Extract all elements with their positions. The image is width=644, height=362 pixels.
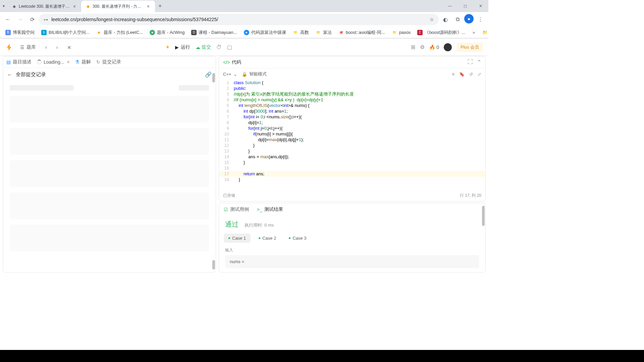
line-code[interactable]: } <box>234 142 485 148</box>
sparkle-icon[interactable]: ✦ <box>165 44 170 50</box>
code-line[interactable]: 18 } <box>219 177 485 182</box>
line-code[interactable]: public: <box>234 85 485 91</box>
maximize-icon[interactable]: ◻ <box>458 0 473 12</box>
left-scrollbar[interactable] <box>212 73 215 269</box>
code-line[interactable]: 13 } <box>219 148 485 154</box>
language-selector[interactable]: C++ ⌄ <box>223 72 237 77</box>
bookmark-overflow-icon[interactable]: » <box>469 30 478 35</box>
line-code[interactable]: } <box>234 148 485 154</box>
bookmark-item[interactable]: C《boost源码剖析》... <box>415 28 468 37</box>
reset-icon[interactable]: ↺ <box>469 72 473 77</box>
bookmark-item[interactable]: 📁算法 <box>313 28 334 37</box>
line-code[interactable]: } <box>234 160 485 165</box>
tab-search-dropdown[interactable]: ▾ <box>0 4 7 8</box>
code-line[interactable]: 16 <box>219 165 485 171</box>
layout-icon[interactable]: ⊞ <box>411 44 415 50</box>
all-bookmarks-button[interactable]: 📁所有书签 <box>480 27 488 38</box>
bookmark-item[interactable]: 📁paxos <box>389 28 414 37</box>
line-code[interactable]: if(nums[i] > nums[j]){ <box>234 131 485 137</box>
browser-tab-0[interactable]: ◈ Leetcode 300. 最长递增子序列 × <box>7 1 81 12</box>
tab-description[interactable]: ▤ 题目描述 <box>6 59 32 65</box>
reload-button[interactable]: ⟳ <box>27 14 38 25</box>
menu-icon[interactable]: ⋮ <box>475 14 486 25</box>
code-line[interactable]: 1class Solution { <box>219 80 485 85</box>
tab-close-icon[interactable]: × <box>72 4 77 9</box>
tab-testcase[interactable]: ☑ 测试用例 <box>224 206 249 213</box>
bookmark-item[interactable]: ◆题库 - 力扣 (LeetC... <box>94 28 146 37</box>
scrollbar-thumb[interactable] <box>482 206 485 226</box>
code-line[interactable]: 10 if(nums[i] > nums[j]){ <box>219 131 485 137</box>
back-arrow-icon[interactable]: ← <box>7 72 12 78</box>
bookmark-item[interactable]: 📁高数 <box>290 28 312 37</box>
code-line[interactable]: 7 for(int i= 0;i <nums.size();i++){ <box>219 114 485 120</box>
code-line[interactable]: 14 ans = max(ans,dp[i]); <box>219 154 485 160</box>
note-icon[interactable]: ▢ <box>227 44 232 50</box>
code-line[interactable]: 9 for(int j=0;j<i;j++){ <box>219 125 485 131</box>
profile-avatar-icon[interactable]: ● <box>464 14 474 23</box>
new-tab-button[interactable]: + <box>155 3 165 10</box>
bookmark-item[interactable]: ●题库 - AcWing <box>147 28 187 37</box>
leetcode-logo-icon[interactable] <box>5 43 13 51</box>
timer-icon[interactable]: ⏱ <box>216 44 222 50</box>
collapse-icon[interactable]: ⌃ <box>477 59 481 65</box>
forward-button[interactable]: → <box>15 14 25 25</box>
plus-badge[interactable]: Plus 会员 <box>457 43 483 52</box>
bookmark-item[interactable]: D课程 - Daimayuan... <box>189 28 239 37</box>
case-tab-1[interactable]: Case 1 <box>224 234 251 243</box>
random-problem-button[interactable]: ⤨ <box>64 43 74 52</box>
line-code[interactable]: dp[i]=max(dp[i],dp[j]+1); <box>234 137 485 142</box>
code-line[interactable]: 8 dp[i]=1; <box>219 120 485 125</box>
site-info-icon[interactable]: ⊶ <box>44 17 48 22</box>
bookmark-item[interactable]: B博客园空间 <box>3 28 37 37</box>
extensions-icon[interactable]: ⧉ <box>452 14 463 25</box>
line-code[interactable]: int lengthOfLIS(vector<int>& nums) { <box>234 103 485 108</box>
line-code[interactable]: for(int i= 0;i <nums.size();i++){ <box>234 114 485 120</box>
problem-library-button[interactable]: ☰ 题库 <box>17 42 39 52</box>
bookmark-item[interactable]: ●代码源算法中级课 <box>241 28 289 37</box>
line-code[interactable]: //if (nums[x] > nums[y] && x>y ) dp[x]=d… <box>234 97 485 103</box>
line-code[interactable]: ans = max(ans,dp[i]); <box>234 154 485 160</box>
bookmark-star-icon[interactable]: ☆ <box>430 17 434 22</box>
bookmark-icon[interactable]: 🔖 <box>459 72 465 77</box>
code-line[interactable]: 3//dp[x]为 索引x的数字结尾能到达的最长严格递增子序列的长度 <box>219 91 485 97</box>
line-code[interactable] <box>234 165 485 171</box>
code-line[interactable]: 12 } <box>219 142 485 148</box>
input-box[interactable]: nums = <box>225 255 479 268</box>
line-code[interactable]: for(int j=0;j<i;j++){ <box>234 125 485 131</box>
smart-mode-toggle[interactable]: 🔒 智能模式 <box>242 71 267 77</box>
tab-test-result[interactable]: >_ 测试结果 <box>257 206 283 213</box>
line-code[interactable]: } <box>234 177 485 182</box>
code-line[interactable]: 11 dp[i]=max(dp[i],dp[j]+1); <box>219 137 485 142</box>
url-bar[interactable]: ⊶ leetcode.cn/problems/longest-increasin… <box>39 14 439 25</box>
user-avatar[interactable] <box>444 43 452 51</box>
code-editor[interactable]: 1class Solution {2public:3//dp[x]为 索引x的数… <box>219 80 485 190</box>
code-line[interactable]: 2public: <box>219 85 485 91</box>
scrollbar-thumb[interactable] <box>212 260 215 269</box>
line-code[interactable]: dp[i]=1; <box>234 120 485 125</box>
expand-icon[interactable]: ⤢ <box>478 72 481 77</box>
tab-submissions[interactable]: ↻ 提交记录 <box>96 59 121 65</box>
bookmark-item[interactable]: 🐙boost::asio编程-同... <box>336 28 388 37</box>
line-code[interactable]: int dp[3000]; int ans=1; <box>234 108 485 114</box>
scrollbar-thumb[interactable] <box>212 73 215 82</box>
link-icon[interactable]: 🔗 <box>205 71 212 78</box>
code-line[interactable]: 4//if (nums[x] > nums[y] && x>y ) dp[x]=… <box>219 97 485 103</box>
prev-problem-button[interactable]: ‹ <box>43 43 50 52</box>
close-tab-icon[interactable]: × <box>67 59 70 65</box>
code-line[interactable]: 15 } <box>219 160 485 165</box>
code-line[interactable]: 5 int lengthOfLIS(vector<int>& nums) { <box>219 103 485 108</box>
minimize-icon[interactable]: — <box>442 0 458 12</box>
next-problem-button[interactable]: › <box>54 43 61 52</box>
format-icon[interactable]: ≡ <box>452 72 454 77</box>
submit-button[interactable]: ☁ 提交 <box>196 44 211 50</box>
back-button[interactable]: ← <box>3 14 13 25</box>
profile-sync-icon[interactable]: ◐ <box>440 14 451 25</box>
fullscreen-icon[interactable]: ⛶ <box>468 59 473 65</box>
case-tab-2[interactable]: Case 2 <box>254 234 281 243</box>
line-code[interactable]: class Solution { <box>234 80 485 85</box>
tab-solution[interactable]: ⚗ 题解 <box>75 59 91 65</box>
streak-counter[interactable]: 🔥 0 <box>429 45 439 50</box>
browser-tab-1[interactable]: ◆ 300. 最长递增子序列 - 力扣 (L… × <box>81 1 155 12</box>
line-code[interactable]: return ans; <box>234 171 485 177</box>
results-scrollbar[interactable] <box>482 206 485 269</box>
